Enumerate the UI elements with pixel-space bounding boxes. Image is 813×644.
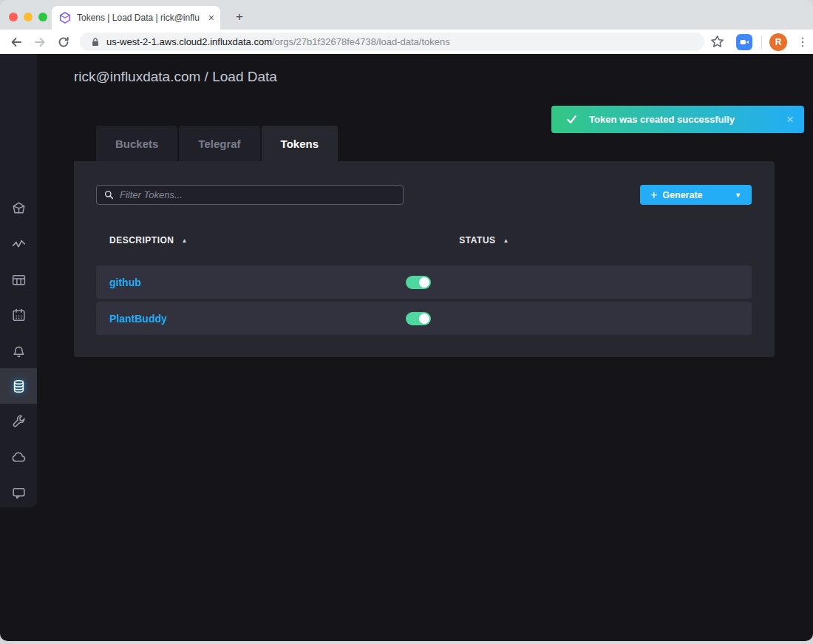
browser-window: Tokens | Load Data | rick@influ × + us-w… <box>0 0 813 644</box>
tab-tokens[interactable]: Tokens <box>262 126 338 161</box>
calendar-icon <box>11 308 27 323</box>
search-icon <box>104 190 114 200</box>
filter-tokens-field[interactable] <box>96 185 404 205</box>
sidebar-item-settings[interactable] <box>0 404 37 439</box>
sort-asc-icon: ▲ <box>503 237 509 244</box>
sidebar-item-dashboards[interactable] <box>0 262 37 297</box>
forward-icon[interactable] <box>33 35 47 50</box>
wrench-icon <box>11 414 27 430</box>
address-bar-actions: R ⋮ <box>710 33 809 51</box>
toggle-knob <box>419 277 429 288</box>
sidebar-item-tasks[interactable] <box>0 297 37 333</box>
new-tab-button[interactable]: + <box>231 8 248 26</box>
token-status-toggle[interactable] <box>406 276 431 289</box>
generate-token-button[interactable]: + Generate ▼ <box>640 185 752 205</box>
table-header-row: DESCRIPTION ▲ STATUS ▲ <box>96 235 752 245</box>
tab-close-icon[interactable]: × <box>208 12 214 24</box>
sidebar-item-influxdb-logo[interactable] <box>0 191 37 226</box>
column-header-description[interactable]: DESCRIPTION ▲ <box>109 235 188 245</box>
nav-sidebar <box>0 54 37 507</box>
sidebar-item-data-explorer[interactable] <box>0 226 37 262</box>
bookmark-star-icon[interactable] <box>710 35 724 49</box>
chevron-down-icon[interactable]: ▼ <box>735 191 741 199</box>
table-row: PlantBuddy <box>96 302 752 335</box>
token-status-toggle[interactable] <box>406 312 431 325</box>
notification-message: Token was created successfully <box>589 114 786 125</box>
profile-avatar[interactable]: R <box>769 33 787 51</box>
generate-label: Generate <box>662 190 702 200</box>
cloud-icon <box>11 450 27 465</box>
url-path: /orgs/27b1f32678fe4738/load-data/tokens <box>272 36 450 47</box>
page-title: rick@influxdata.com / Load Data <box>74 69 277 85</box>
sidebar-item-load-data[interactable] <box>0 368 37 404</box>
url-text: us-west-2-1.aws.cloud2.influxdata.com/or… <box>106 36 450 47</box>
graph-line-icon <box>11 237 27 252</box>
reload-icon[interactable] <box>56 35 71 50</box>
column-header-status[interactable]: STATUS ▲ <box>459 235 509 245</box>
dashboards-grid-icon <box>11 272 27 288</box>
mac-minimize-button[interactable] <box>24 13 33 21</box>
url-field[interactable]: us-west-2-1.aws.cloud2.influxdata.com/or… <box>80 33 704 51</box>
tab-telegraf[interactable]: Telegraf <box>179 126 259 161</box>
zoom-extension-icon[interactable] <box>736 34 752 50</box>
toggle-knob <box>419 313 429 324</box>
load-data-tabs: Buckets Telegraf Tokens <box>96 126 339 161</box>
filter-tokens-input[interactable] <box>120 189 395 200</box>
influxdb-favicon <box>59 12 71 24</box>
sidebar-item-feedback[interactable] <box>0 475 37 510</box>
sort-asc-icon: ▲ <box>182 237 188 244</box>
mac-zoom-button[interactable] <box>38 13 47 21</box>
address-bar: us-west-2-1.aws.cloud2.influxdata.com/or… <box>0 30 813 54</box>
success-notification: Token was created successfully × <box>551 106 804 133</box>
lock-icon[interactable] <box>90 36 101 48</box>
browser-tab[interactable]: Tokens | Load Data | rick@influ × <box>52 6 220 30</box>
tokens-panel: + Generate ▼ DESCRIPTION ▲ STATUS ▲ gith… <box>74 161 775 357</box>
table-row: github <box>96 265 752 299</box>
sidebar-item-alerts[interactable] <box>0 333 37 368</box>
browser-tab-strip: Tokens | Load Data | rick@influ × + <box>0 0 813 30</box>
check-icon <box>566 114 577 125</box>
browser-menu-icon[interactable]: ⋮ <box>796 35 809 49</box>
mac-close-button[interactable] <box>9 13 18 21</box>
bell-icon <box>11 343 27 359</box>
token-link-plantbuddy[interactable]: PlantBuddy <box>109 313 167 325</box>
url-domain: us-west-2-1.aws.cloud2.influxdata.com <box>106 36 272 47</box>
notification-close-icon[interactable]: × <box>786 112 794 127</box>
back-icon[interactable] <box>9 35 24 50</box>
database-icon <box>11 379 27 394</box>
influxdb-logo-icon <box>11 201 27 217</box>
tab-title: Tokens | Load Data | rick@influ <box>77 13 205 23</box>
plus-icon: + <box>650 189 657 202</box>
token-link-github[interactable]: github <box>109 277 141 288</box>
chat-bubble-icon <box>11 485 27 501</box>
influxdb-app: rick@influxdata.com / Load Data Token wa… <box>0 54 813 641</box>
sidebar-item-usage[interactable] <box>0 439 37 475</box>
tab-buckets[interactable]: Buckets <box>96 126 177 161</box>
toolbar-divider <box>761 35 762 49</box>
